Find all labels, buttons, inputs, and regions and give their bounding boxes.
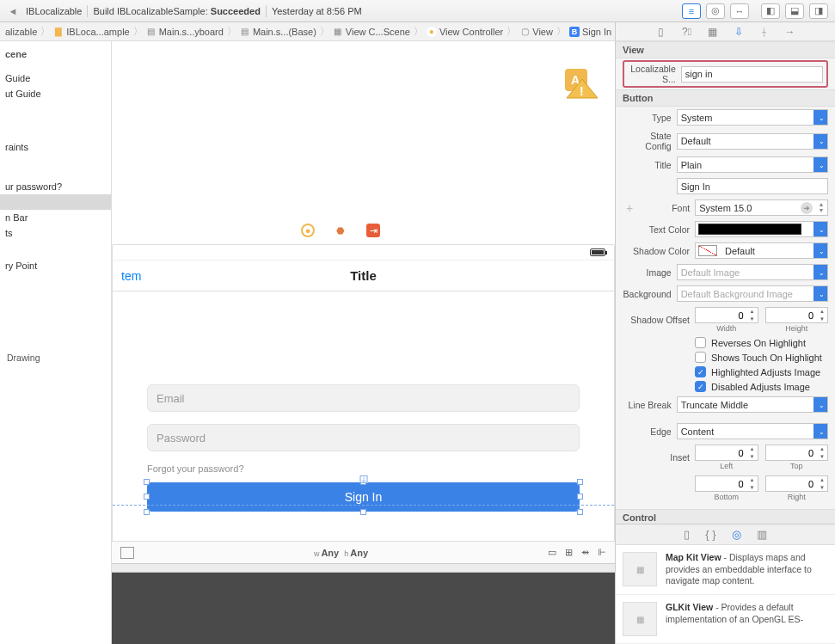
left-panel-toggle-icon[interactable]: ◧ — [761, 3, 780, 19]
pin-tool-icon[interactable]: ⊞ — [565, 547, 573, 558]
outline-row[interactable]: Guide — [0, 71, 111, 86]
mapkit-icon: ▦ — [623, 552, 657, 586]
title-mode-select[interactable]: Plain⌄ — [677, 156, 828, 173]
panel-toggle-buttons: ◧ ⬓ ◨ — [761, 3, 828, 19]
project-name: IBLocalizable — [26, 6, 82, 16]
outline-row[interactable]: ut Guide — [0, 86, 111, 101]
localizable-string-input[interactable] — [681, 66, 823, 83]
top-toolbar: ◄ IBLocalizable Build IBLocalizableSampl… — [0, 0, 835, 22]
build-status-text: Build IBLocalizableSample: Succeeded — [93, 6, 260, 16]
bottom-panel-toggle-icon[interactable]: ⬓ — [785, 3, 804, 19]
reverses-checkbox[interactable] — [695, 337, 706, 348]
highlighted-adjusts-checkbox[interactable]: ✓ — [695, 366, 706, 377]
object-library[interactable]: ▦ Map Kit View - Displays maps and provi… — [616, 544, 835, 644]
localization-warning-icon: A ! — [563, 67, 601, 100]
canvas-footer: wAny hAny ▭ ⊞ ⇴ ⊩ — [112, 541, 615, 563]
forgot-password-label[interactable]: Forgot your password? — [147, 463, 580, 474]
canvas-column: A ! ● ⬣ ⇥ tem Title Email Passwor — [112, 41, 615, 644]
align-tool-icon[interactable]: ▭ — [548, 547, 556, 558]
outline-toggle-icon[interactable] — [120, 547, 134, 559]
editor-gap — [112, 563, 615, 572]
button-section-header: Button — [616, 89, 835, 107]
storyboard-icon: ▤ — [240, 27, 250, 37]
viewcontroller-dock-icon[interactable]: ● — [301, 224, 315, 237]
identity-inspector-icon[interactable]: ▦ — [706, 25, 720, 39]
view-icon: ▢ — [519, 27, 530, 37]
attributes-inspector-icon[interactable]: ⇩ — [732, 25, 746, 39]
localizable-label: Localizable S... — [628, 64, 676, 84]
type-select[interactable]: System⌄ — [677, 109, 828, 126]
disabled-adjusts-checkbox[interactable]: ✓ — [695, 381, 706, 392]
size-inspector-icon[interactable]: ⟊ — [758, 25, 771, 39]
build-timestamp: Yesterday at 8:56 PM — [272, 6, 362, 16]
nav-title[interactable]: Title — [350, 268, 377, 283]
back-arrow-icon[interactable]: ◄ — [7, 6, 19, 16]
file-inspector-icon[interactable]: ▯ — [654, 25, 668, 39]
resize-tool-icon[interactable]: ⊩ — [598, 547, 606, 558]
debug-area[interactable] — [112, 572, 615, 644]
glkit-icon: ▦ — [623, 602, 657, 636]
inspector-panel: View Localizable S... Button Type System… — [615, 41, 835, 644]
divider — [87, 5, 88, 17]
assistant-editor-icon[interactable]: ◎ — [706, 3, 725, 19]
title-text-input[interactable] — [677, 178, 828, 194]
media-lib-icon[interactable]: ▥ — [757, 528, 767, 541]
library-item[interactable]: ▦ GLKit View - Provides a default implem… — [616, 595, 835, 644]
right-panel-toggle-icon[interactable]: ◨ — [809, 3, 828, 19]
signin-button[interactable]: Sign In — [147, 482, 580, 512]
status-bar — [113, 245, 614, 261]
inspector-tabs: ▯ ?⃝ ▦ ⇩ ⟊ → — [615, 22, 835, 41]
connections-inspector-icon[interactable]: → — [783, 25, 797, 39]
nav-back-item[interactable]: tem — [121, 269, 141, 283]
control-section-header: Control — [616, 509, 835, 524]
navigation-bar[interactable]: tem Title — [113, 261, 614, 291]
object-lib-icon[interactable]: ◎ — [732, 528, 741, 541]
font-add-icon[interactable]: + — [623, 201, 636, 215]
resolve-tool-icon[interactable]: ⇴ — [581, 547, 589, 558]
quickhelp-inspector-icon[interactable]: ?⃝ — [680, 25, 694, 39]
editor-mode-buttons: ≡ ◎ ↔ — [682, 3, 749, 19]
outline-row[interactable]: n Bar — [0, 210, 111, 225]
folder-icon: ▇ — [53, 27, 64, 37]
shadow-color-well[interactable]: Default⌄ — [695, 242, 828, 259]
outline-row[interactable]: raints — [0, 139, 111, 155]
view-section-header: View — [616, 41, 835, 58]
edge-select[interactable]: Content⌄ — [677, 423, 828, 439]
background-select[interactable]: Default Background Image⌄ — [677, 285, 828, 302]
outline-row-selected[interactable] — [0, 194, 111, 210]
outline-scene-heading[interactable]: cene — [0, 46, 111, 62]
viewcontroller-icon: ● — [427, 27, 437, 37]
button-icon: B — [569, 27, 580, 37]
svg-text:!: ! — [580, 84, 584, 98]
scene-dock[interactable]: ● ⬣ ⇥ — [301, 224, 380, 237]
exit-dock-icon[interactable]: ⇥ — [366, 224, 380, 237]
font-picker-icon[interactable]: ➜ — [801, 202, 813, 214]
email-field[interactable]: Email — [147, 384, 580, 412]
image-select[interactable]: Default Image⌄ — [677, 264, 828, 280]
jump-bar[interactable]: alizable〉 ▇IBLoca...ample〉 ▤Main.s...ybo… — [0, 22, 615, 41]
library-item[interactable]: ▦ Map Kit View - Displays maps and provi… — [616, 545, 835, 595]
linebreak-select[interactable]: Truncate Middle⌄ — [677, 396, 828, 413]
storyboard-icon: ▤ — [146, 27, 157, 37]
shows-touch-checkbox[interactable] — [695, 352, 706, 363]
library-tabs: ▯ { } ◎ ▥ — [616, 524, 835, 544]
battery-icon — [590, 248, 605, 256]
ib-canvas[interactable]: A ! ● ⬣ ⇥ tem Title Email Passwor — [112, 41, 615, 541]
outline-row[interactable]: ry Point — [0, 258, 111, 273]
file-template-lib-icon[interactable]: ▯ — [684, 528, 690, 541]
code-snippet-lib-icon[interactable]: { } — [705, 528, 715, 541]
outline-row[interactable]: ts — [0, 225, 111, 241]
document-outline[interactable]: cene Guide ut Guide raints ur password? … — [0, 41, 112, 644]
version-editor-icon[interactable]: ↔ — [730, 3, 749, 19]
firstresponder-dock-icon[interactable]: ⬣ — [334, 224, 347, 237]
scene-icon: ▦ — [333, 27, 343, 37]
size-class-control[interactable]: wAny hAny — [314, 548, 368, 558]
password-field[interactable]: Password — [147, 424, 580, 451]
state-config-select[interactable]: Default⌄ — [677, 133, 828, 150]
scene-view[interactable]: tem Title Email Password Forgot your pas… — [112, 244, 615, 541]
outline-row[interactable]: ur password? — [0, 179, 111, 194]
standard-editor-icon[interactable]: ≡ — [682, 3, 701, 19]
text-color-well[interactable]: ⌄ — [695, 221, 828, 237]
localizable-string-highlight: Localizable S... — [623, 60, 828, 88]
measurement-handle: ⊥ — [359, 475, 367, 483]
